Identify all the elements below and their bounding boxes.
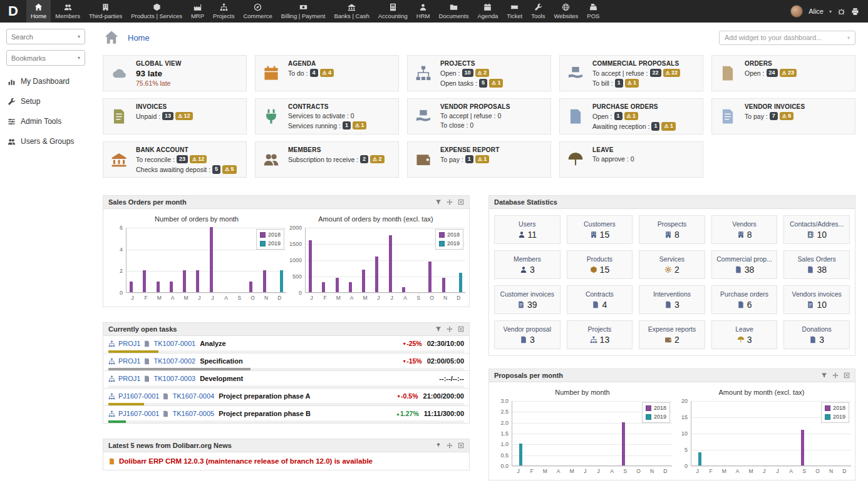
stat-box-members[interactable]: Members3 xyxy=(494,250,561,279)
topnav-item-websites[interactable]: Websites xyxy=(549,0,582,23)
task-link[interactable]: TK1607-0004 xyxy=(172,392,214,400)
badge-warn[interactable]: 1 xyxy=(661,122,675,130)
kpi-box-purchase-orders[interactable]: PURCHASE ORDERSOpen :11Awaiting receptio… xyxy=(559,98,703,135)
badge-warn[interactable]: 23 xyxy=(780,69,797,77)
badge-warn[interactable]: 6 xyxy=(780,112,793,120)
badge-warn[interactable]: 1 xyxy=(625,79,639,87)
badge-warn[interactable]: 1 xyxy=(353,121,366,130)
kpi-box-global-view[interactable]: GLOBAL VIEW93 late75.61% late xyxy=(103,55,247,91)
stat-box-customer-invoices[interactable]: Customer invoices39 xyxy=(494,285,561,314)
kpi-box-contracts[interactable]: CONTRACTSServices to activate : 0Service… xyxy=(255,98,399,135)
stat-box-services[interactable]: Services2 xyxy=(639,250,705,279)
topnav-item-tools[interactable]: Tools xyxy=(527,0,549,23)
topnav-item-home[interactable]: Home xyxy=(26,0,51,23)
badge-dark[interactable]: 5 xyxy=(479,79,487,87)
kpi-box-members[interactable]: MEMBERSSubscription to receive :22 xyxy=(255,141,399,178)
badge-dark[interactable]: 1 xyxy=(615,79,623,87)
dolibarr-logo[interactable]: D xyxy=(0,0,26,23)
stat-box-leave[interactable]: Leave3 xyxy=(711,320,778,349)
topnav-item-commerce[interactable]: Commerce xyxy=(239,0,276,23)
filter-icon[interactable] xyxy=(435,199,442,205)
badge-dark[interactable]: 5 xyxy=(212,165,220,173)
topnav-item-hrm[interactable]: HRM xyxy=(412,0,435,23)
stat-box-expense-reports[interactable]: Expense reports2 xyxy=(639,320,705,349)
kpi-box-vendor-proposals[interactable]: VENDOR PROPOSALSTo accept | refuse : 0To… xyxy=(407,98,551,135)
stat-box-donations[interactable]: Donations3 xyxy=(783,320,850,349)
badge-warn[interactable]: 22 xyxy=(663,69,680,77)
close-icon[interactable] xyxy=(458,199,464,205)
close-icon[interactable] xyxy=(458,326,464,332)
close-icon[interactable] xyxy=(844,372,850,379)
badge-warn[interactable]: 4 xyxy=(320,69,334,77)
news-link[interactable]: Dolibarr ERP CRM 12.0.3 (maintenance rel… xyxy=(119,457,373,465)
kpi-box-orders[interactable]: ORDERSOpen :2423 xyxy=(711,55,855,91)
topnav-item-mrp[interactable]: MRP xyxy=(187,0,209,23)
close-icon[interactable] xyxy=(458,442,464,449)
stat-box-customers[interactable]: Customers15 xyxy=(567,215,633,244)
kpi-box-leave[interactable]: LEAVETo approve : 0 xyxy=(559,141,703,178)
project-link[interactable]: PJ1607-0001 xyxy=(118,392,159,400)
topnav-item-third-parties[interactable]: Third-parties xyxy=(85,0,127,23)
task-link[interactable]: TK1607-0005 xyxy=(172,410,214,417)
stat-box-purchase-orders[interactable]: Purchase orders6 xyxy=(711,285,778,314)
project-link[interactable]: PJ1607-0001 xyxy=(118,410,159,417)
kpi-box-commercial-proposals[interactable]: COMMERCIAL PROPOSALSTo accept | refuse :… xyxy=(559,55,703,91)
badge-warn[interactable]: 1 xyxy=(624,112,638,120)
badge-dark[interactable]: 2 xyxy=(360,155,368,163)
filter-icon[interactable] xyxy=(435,326,442,332)
topnav-item-documents[interactable]: Documents xyxy=(434,0,473,23)
pin-icon[interactable] xyxy=(435,442,442,449)
sidebar-item-users-groups[interactable]: Users & Groups xyxy=(6,131,85,151)
badge-dark[interactable]: 1 xyxy=(614,112,623,120)
move-icon[interactable] xyxy=(832,372,839,379)
badge-warn[interactable]: 2 xyxy=(475,69,489,77)
bug-icon[interactable] xyxy=(837,8,845,16)
kpi-box-agenda[interactable]: AGENDATo do :44 xyxy=(255,55,399,91)
kpi-box-vendor-invoices[interactable]: VENDOR INVOICESTo pay :76 xyxy=(711,98,855,135)
stat-box-vendor-proposal[interactable]: Vendor proposal3 xyxy=(494,320,561,349)
project-link[interactable]: PROJ1 xyxy=(118,375,140,382)
badge-dark[interactable]: 22 xyxy=(650,69,661,77)
filter-icon[interactable] xyxy=(821,372,827,379)
topnav-item-billing-payment[interactable]: Billing | Payment xyxy=(277,0,330,23)
badge-dark[interactable]: 23 xyxy=(177,155,188,163)
badge-dark[interactable]: 1 xyxy=(651,122,659,130)
move-icon[interactable] xyxy=(447,442,453,449)
topnav-item-ticket[interactable]: Ticket xyxy=(502,0,527,23)
topnav-item-accounting[interactable]: Accounting xyxy=(374,0,412,23)
stat-box-sales-orders[interactable]: Sales Orders38 xyxy=(783,250,850,279)
sidebar-item-my-dashboard[interactable]: My Dashboard xyxy=(6,71,85,91)
sidebar-item-admin-tools[interactable]: Admin Tools xyxy=(6,111,85,131)
stat-box-vendors[interactable]: Vendors8 xyxy=(711,215,778,244)
topnav-item-banks-cash[interactable]: Banks | Cash xyxy=(329,0,373,23)
badge-warn[interactable]: 12 xyxy=(190,155,207,163)
stat-box-users[interactable]: Users11 xyxy=(494,215,561,244)
topnav-item-pos[interactable]: POS xyxy=(582,0,604,23)
badge-dark[interactable]: 4 xyxy=(310,69,318,77)
badge-dark[interactable]: 13 xyxy=(162,112,173,120)
add-widget-select[interactable]: Add widget to your dashboard... ▾ xyxy=(719,31,855,45)
topnav-item-projects[interactable]: Projects xyxy=(209,0,239,23)
badge-dark[interactable]: 1 xyxy=(465,155,473,163)
print-icon[interactable] xyxy=(851,8,859,16)
project-link[interactable]: PROJ1 xyxy=(118,357,140,365)
home-icon[interactable] xyxy=(103,30,120,45)
kpi-box-bank-account[interactable]: BANK ACCOUNTTo reconcile :2312Checks awa… xyxy=(103,141,247,178)
bookmarks-select[interactable]: Bookmarks ▾ xyxy=(6,50,85,66)
task-link[interactable]: TK1007-0002 xyxy=(153,357,195,365)
stat-box-products[interactable]: Products15 xyxy=(567,250,633,279)
move-icon[interactable] xyxy=(447,199,453,205)
project-link[interactable]: PROJ1 xyxy=(118,340,140,347)
badge-dark[interactable]: 7 xyxy=(770,112,778,120)
stat-box-contacts-addres[interactable]: Contacts/Addres...10 xyxy=(783,215,850,244)
badge-warn[interactable]: 2 xyxy=(370,155,384,163)
kpi-box-expense-report[interactable]: EXPENSE REPORTTo pay :11 xyxy=(407,141,551,178)
stat-box-contracts[interactable]: Contracts4 xyxy=(567,285,633,314)
badge-warn[interactable]: 5 xyxy=(222,165,236,173)
kpi-box-invoices[interactable]: INVOICESUnpaid :1312 xyxy=(103,98,247,135)
topnav-item-products-services[interactable]: Products | Services xyxy=(127,0,187,23)
user-name[interactable]: Alice xyxy=(809,8,824,15)
sidebar-item-setup[interactable]: Setup xyxy=(6,91,85,111)
kpi-box-projects[interactable]: PROJECTSOpen :102Open tasks :51 xyxy=(407,55,551,91)
stat-box-projects[interactable]: Projects13 xyxy=(567,320,633,349)
